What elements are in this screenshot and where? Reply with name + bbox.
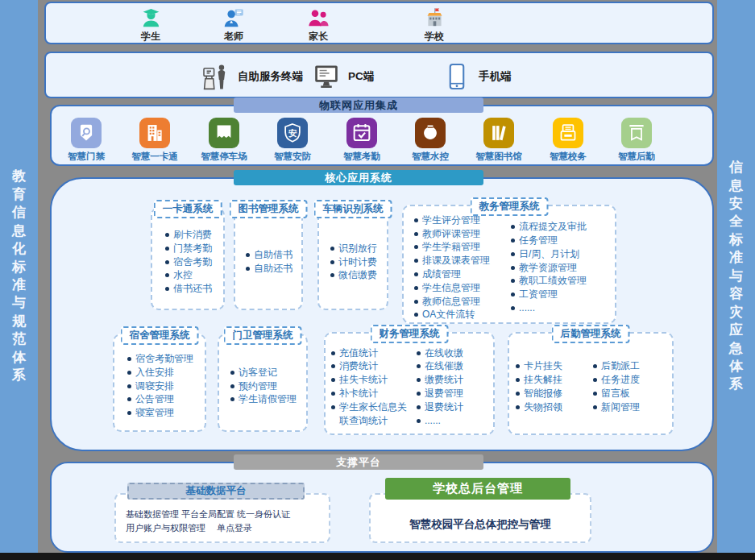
bullet-icon — [516, 392, 520, 396]
bullet-icon — [511, 239, 515, 243]
teacher-icon — [223, 7, 245, 29]
system-item: 自助借书 — [246, 248, 292, 262]
system-item: 任务管理 — [511, 234, 606, 247]
iot-item: 智慧校务 — [533, 118, 603, 163]
subsystem-column: 自助借书自助还书 — [246, 220, 292, 304]
bullet-icon — [414, 286, 418, 290]
bullet-icon — [417, 392, 421, 396]
bullet-icon — [516, 364, 520, 368]
subsystem-title: 财务管理系统 — [371, 325, 449, 343]
bullet-icon — [414, 232, 418, 236]
system-item-label: 水控 — [173, 268, 193, 282]
bullet-icon — [330, 273, 334, 277]
parking-icon — [209, 118, 239, 148]
base-platform-line-2: 用户账户与权限管理 单点登录 — [126, 521, 322, 535]
system-item: 水控 — [165, 268, 212, 282]
subsystem-column: 刷卡消费门禁考勤宿舍考勤水控借书还书 — [165, 220, 212, 304]
svg-text:安: 安 — [288, 128, 297, 138]
system-item-label: 学生信息管理 — [422, 281, 480, 295]
core-section-title: 核心应用系统 — [234, 170, 483, 185]
fees-icon — [553, 118, 583, 148]
logistics-icon — [621, 118, 652, 148]
bullet-icon — [511, 225, 515, 229]
iot-item: 安智慧安防 — [258, 118, 327, 163]
system-item: 成绩管理 — [414, 268, 508, 281]
parents-icon — [308, 7, 330, 29]
subsystem-column: 在线收缴在线催缴缴费统计退费管理退费统计...... — [417, 345, 489, 429]
subsystem-card: 门卫管理系统访客登记预约管理学生请假管理 — [218, 334, 308, 432]
attendance-icon — [346, 118, 377, 148]
system-item: 入住安排 — [127, 366, 193, 380]
system-item: 缴费统计 — [417, 373, 489, 387]
system-item-label: 留言板 — [601, 387, 630, 400]
school-admin-title: 学校总后台管理 — [385, 478, 570, 500]
system-item: 学生请假管理 — [230, 392, 297, 406]
bullet-icon — [417, 364, 421, 368]
bullet-icon — [414, 259, 418, 263]
system-item-label: 在线收缴 — [425, 346, 463, 360]
subsystem-body: 自助借书自助还书 — [235, 209, 301, 309]
system-item-label: 学生学籍管理 — [422, 240, 480, 254]
subsystem-title: 门卫管理系统 — [224, 326, 302, 345]
system-item-label: 新闻管理 — [601, 400, 640, 414]
system-item: 访客登记 — [230, 366, 297, 380]
base-data-platform-title: 基础数据平台 — [127, 483, 305, 500]
user-label: 学校 — [425, 30, 444, 44]
school-admin-body: 智慧校园平台总体把控与管理 — [369, 493, 591, 543]
system-item: 充值统计 — [331, 346, 413, 360]
subsystem-title: 宿舍管理系统 — [121, 326, 199, 345]
system-item: 流程提交及审批 — [511, 220, 606, 234]
bullet-icon — [414, 313, 418, 317]
subsystem-column: 宿舍考勤管理入住安排调寝安排公告管理寝室管理 — [127, 346, 193, 425]
pc-icon — [312, 62, 341, 91]
terminal-label: PC端 — [348, 69, 374, 84]
subsystem-column: 后勤派工任务进度留言板新闻管理 — [593, 345, 667, 429]
system-item-label: 流程提交及审批 — [519, 220, 587, 234]
iot-label: 智慧校务 — [550, 151, 587, 163]
system-item-label: 挂失解挂 — [524, 373, 562, 387]
iot-item: 智慧一卡通 — [120, 118, 189, 163]
iot-item: 智慧考勤 — [327, 118, 396, 163]
system-item-label: 宿舍考勤管理 — [135, 352, 193, 366]
user-item: 学校 — [398, 7, 471, 44]
system-item: 识别放行 — [330, 242, 377, 255]
bullet-icon — [127, 397, 131, 401]
system-item: 学生学籍管理 — [414, 240, 508, 254]
school-icon — [424, 7, 446, 29]
kiosk-icon — [201, 62, 230, 91]
bullet-icon — [230, 384, 234, 388]
bullet-icon — [330, 260, 334, 264]
system-item: 教师评课管理 — [414, 227, 508, 241]
system-item-label: 计时计费 — [338, 255, 377, 269]
terminals-panel: 自助服务终端PC端手机端 — [44, 52, 714, 98]
school-admin-content: 智慧校园平台总体把控与管理 — [409, 517, 551, 532]
bullet-icon — [516, 405, 520, 409]
system-item-label: 调寝安排 — [135, 380, 174, 393]
subsystem-body: 访客登记预约管理学生请假管理 — [219, 335, 306, 430]
bullet-icon — [593, 378, 597, 382]
system-item: 工资管理 — [511, 288, 606, 301]
bullet-icon — [165, 247, 169, 251]
iot-item: 智慧水控 — [396, 118, 465, 163]
bullet-icon — [417, 419, 421, 423]
system-item: 任务进度 — [593, 373, 667, 387]
bullet-icon — [127, 371, 131, 375]
subsystem-column: 识别放行计时计费微信缴费 — [330, 220, 377, 304]
bullet-icon — [331, 392, 335, 396]
system-item-label: 退费管理 — [425, 387, 463, 400]
system-item-label: 借书还书 — [173, 282, 212, 296]
system-item: 宿舍考勤管理 — [127, 352, 193, 366]
bullet-icon — [331, 378, 335, 382]
system-item: 预约管理 — [230, 380, 297, 393]
iot-label: 智慧后勤 — [618, 151, 655, 163]
bullet-icon — [511, 252, 515, 256]
library-icon — [483, 118, 514, 148]
system-item-label: 失物招领 — [524, 400, 562, 414]
bullet-icon — [414, 272, 418, 276]
system-item: 在线收缴 — [417, 346, 489, 360]
support-section-title: 支撑平台 — [234, 454, 483, 470]
system-item: 卡片挂失 — [516, 359, 590, 373]
terminal-label: 自助服务终端 — [238, 69, 303, 84]
system-item-label: 工资管理 — [519, 288, 558, 301]
smart-campus-architecture-diagram: 教育信息化标准与规范体系 信息安全标准与容灾应急体系 学生老师家长学校 自助服务… — [0, 0, 755, 560]
